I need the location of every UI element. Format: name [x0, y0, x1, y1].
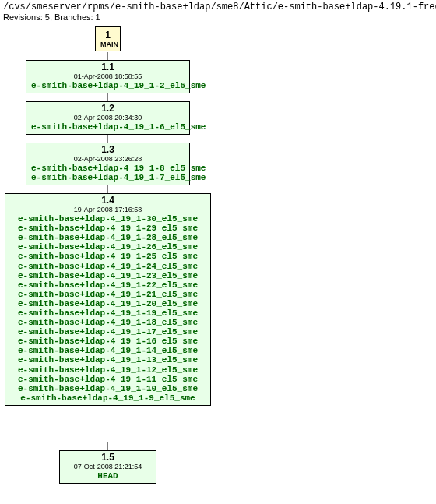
revision-node-1-2[interactable]: 1.2 02-Apr-2008 20:34:30 e-smith-base+ld… — [26, 101, 190, 135]
revision-node-1-5[interactable]: 1.5 07-Oct-2008 21:21:54 HEAD — [59, 450, 156, 484]
branch-node-main[interactable]: 1 MAIN — [95, 26, 121, 51]
revision-date: 07-Oct-2008 21:21:54 — [65, 463, 151, 471]
revisions-summary: Revisions: 5, Branches: 1 — [0, 12, 436, 25]
revision-tag: e-smith-base+ldap-4_19_1-26_el5_sme — [10, 242, 206, 252]
revision-date: 19-Apr-2008 17:16:58 — [10, 206, 206, 214]
file-path: /cvs/smeserver/rpms/e-smith-base+ldap/sm… — [0, 0, 436, 12]
revision-tag: e-smith-base+ldap-4_19_1-18_el5_sme — [10, 318, 206, 327]
revision-date: 01-Apr-2008 18:58:55 — [31, 73, 185, 81]
revision-tag: e-smith-base+ldap-4_19_1-19_el5_sme — [10, 308, 206, 318]
revision-tag: e-smith-base+ldap-4_19_1-29_el5_sme — [10, 224, 206, 233]
revision-tag: e-smith-base+ldap-4_19_1-28_el5_sme — [10, 233, 206, 242]
revision-node-1-4[interactable]: 1.4 19-Apr-2008 17:16:58 e-smith-base+ld… — [5, 193, 211, 406]
revision-tag: e-smith-base+ldap-4_19_1-20_el5_sme — [10, 299, 206, 308]
revision-node-1-3[interactable]: 1.3 02-Apr-2008 23:26:28 e-smith-base+ld… — [26, 143, 190, 185]
revision-tag: e-smith-base+ldap-4_19_1-10_el5_sme — [10, 384, 206, 393]
revision-tag: e-smith-base+ldap-4_19_1-17_el5_sme — [10, 327, 206, 337]
revision-graph: 1 MAIN 1.1 01-Apr-2008 18:58:55 e-smith-… — [0, 25, 436, 500]
revision-tag: e-smith-base+ldap-4_19_1-2_el5_sme — [31, 81, 185, 90]
revision-tag: e-smith-base+ldap-4_19_1-30_el5_sme — [10, 214, 206, 224]
revision-version: 1.4 — [10, 196, 206, 206]
revision-tag: e-smith-base+ldap-4_19_1-21_el5_sme — [10, 290, 206, 299]
revision-tag: e-smith-base+ldap-4_19_1-6_el5_sme — [31, 122, 185, 132]
revision-version: 1.3 — [31, 145, 185, 155]
revision-date: 02-Apr-2008 23:26:28 — [31, 156, 185, 164]
revision-node-1-1[interactable]: 1.1 01-Apr-2008 18:58:55 e-smith-base+ld… — [26, 60, 190, 93]
revision-tag: e-smith-base+ldap-4_19_1-12_el5_sme — [10, 365, 206, 375]
revision-version: 1.5 — [65, 453, 151, 463]
revision-tag: e-smith-base+ldap-4_19_1-11_el5_sme — [10, 375, 206, 384]
revision-tag: e-smith-base+ldap-4_19_1-9_el5_sme — [10, 393, 206, 403]
revision-tag: e-smith-base+ldap-4_19_1-7_el5_sme — [31, 173, 185, 182]
revision-tag: e-smith-base+ldap-4_19_1-22_el5_sme — [10, 280, 206, 290]
revision-version: 1.2 — [31, 104, 185, 114]
revision-tag: e-smith-base+ldap-4_19_1-13_el5_sme — [10, 355, 206, 365]
revision-tag: e-smith-base+ldap-4_19_1-16_el5_sme — [10, 337, 206, 346]
revision-tag: e-smith-base+ldap-4_19_1-24_el5_sme — [10, 262, 206, 271]
revision-tag: e-smith-base+ldap-4_19_1-8_el5_sme — [31, 164, 185, 173]
revision-tag: e-smith-base+ldap-4_19_1-14_el5_sme — [10, 346, 206, 355]
head-label: HEAD — [65, 471, 151, 481]
revision-tag: e-smith-base+ldap-4_19_1-25_el5_sme — [10, 252, 206, 261]
revision-tag: e-smith-base+ldap-4_19_1-23_el5_sme — [10, 271, 206, 280]
revision-version: 1.1 — [31, 62, 185, 72]
branch-number: 1 — [100, 30, 115, 41]
revision-date: 02-Apr-2008 20:34:30 — [31, 115, 185, 122]
branch-name: MAIN — [100, 41, 115, 48]
